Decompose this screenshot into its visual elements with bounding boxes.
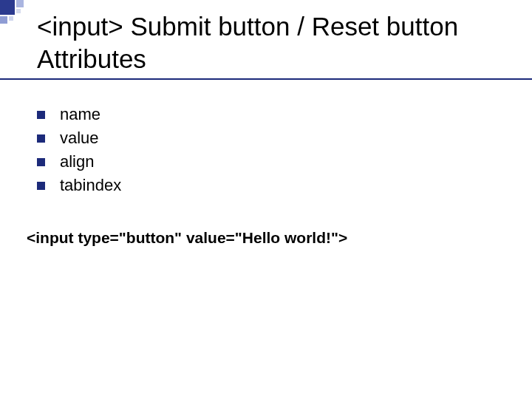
list-item: value xyxy=(37,129,121,148)
bullet-square-icon xyxy=(37,111,45,119)
code-example: <input type="button" value="Hello world!… xyxy=(27,229,347,247)
bullet-square-icon xyxy=(37,134,45,143)
bullet-list: name value align tabindex xyxy=(37,105,121,200)
slide-corner-decoration xyxy=(0,0,35,28)
slide-title: <input> Submit button / Reset button Att… xyxy=(37,10,510,75)
title-underline xyxy=(0,78,532,80)
bullet-label: name xyxy=(60,105,100,124)
bullet-label: value xyxy=(60,129,99,148)
list-item: tabindex xyxy=(37,176,121,195)
list-item: name xyxy=(37,105,121,124)
list-item: align xyxy=(37,152,121,171)
bullet-label: align xyxy=(60,152,94,171)
bullet-label: tabindex xyxy=(60,176,121,195)
bullet-square-icon xyxy=(37,182,45,190)
bullet-square-icon xyxy=(37,158,45,166)
